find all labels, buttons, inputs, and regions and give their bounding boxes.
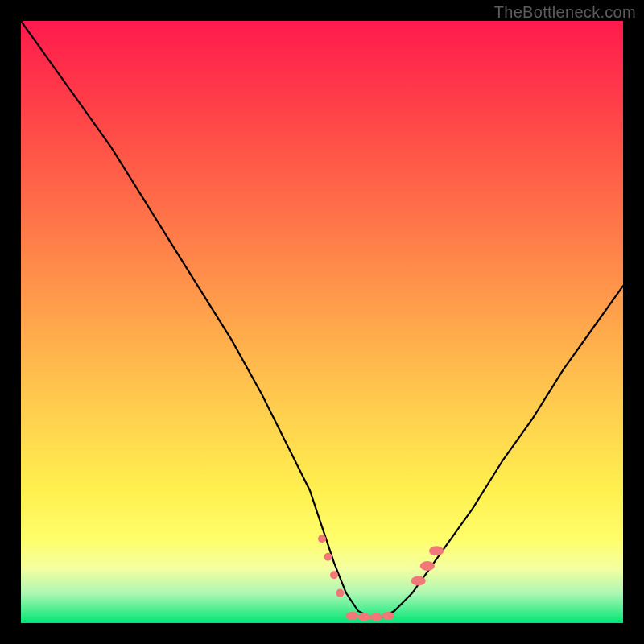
curve-marker: [370, 613, 383, 621]
chart-plot-area: [21, 21, 623, 623]
curve-marker: [420, 561, 435, 571]
curve-marker: [336, 589, 344, 597]
curve-marker: [324, 553, 332, 561]
curve-marker: [358, 613, 371, 621]
curve-marker: [382, 612, 395, 620]
curve-marker: [330, 571, 338, 579]
curve-markers: [318, 535, 444, 621]
curve-marker: [411, 576, 426, 586]
curve-marker: [318, 535, 326, 543]
curve-marker: [429, 546, 444, 555]
watermark-text: TheBottleneck.com: [494, 3, 636, 22]
bottleneck-chart-svg: [21, 21, 623, 623]
curve-marker: [346, 612, 359, 620]
bottleneck-curve-line: [21, 21, 623, 617]
